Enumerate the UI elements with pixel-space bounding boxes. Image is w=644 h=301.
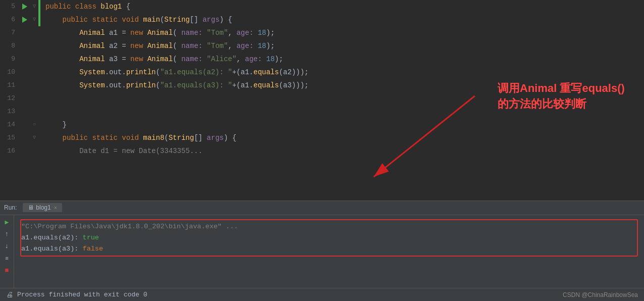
run-panel-body: ▶ ↑ ↓ ≡ ■ "C:\Program Files\Java\jdk1.8.… [0, 215, 644, 288]
line-number-14: 14 [0, 118, 19, 131]
app-container: 5 ▽ public class blog1 { 6 ▽ public stat… [0, 0, 644, 301]
code-content-14: } [41, 118, 644, 131]
line-number-8: 8 [0, 39, 19, 53]
code-line-6: 6 ▽ public static void main(String[] arg… [0, 13, 644, 26]
output-false-value: false [83, 245, 104, 253]
tab-blog1-label: blog1 [36, 204, 51, 211]
line-number-15: 15 [0, 131, 19, 144]
code-content-5: public class blog1 { [41, 0, 644, 13]
status-bar: 🖨 Process finished with exit code 0 CSDN… [0, 288, 644, 301]
code-content-7: Animal a1 = new Animal( name: "Tom", age… [41, 26, 644, 39]
run-scroll-down-button[interactable]: ↓ [2, 241, 12, 252]
close-tab-button[interactable]: × [54, 205, 57, 211]
fold-15[interactable]: ▽ [30, 131, 38, 144]
run-play-button[interactable]: ▶ [2, 217, 12, 227]
status-text: Process finished with exit code 0 [17, 291, 147, 298]
line-number-6: 6 [0, 13, 19, 26]
run-panel-sidebar: ▶ ↑ ↓ ≡ ■ [0, 215, 14, 288]
status-left: 🖨 Process finished with exit code 0 [6, 291, 147, 299]
output-line-3: a1.equals(a3): false [21, 243, 637, 255]
green-bar-6 [38, 13, 40, 26]
editor-area: 5 ▽ public class blog1 { 6 ▽ public stat… [0, 0, 644, 200]
line-number-13: 13 [0, 105, 19, 118]
csdn-credit: CSDN @ChinaRainbowSea [563, 291, 638, 298]
code-content-15: public static void main8(String[] args) … [41, 131, 644, 144]
code-content-9: Animal a3 = new Animal( name: "Alice", a… [41, 53, 644, 66]
output-line-2: a1.equals(a2): true [21, 232, 637, 243]
code-line-14: 14 ○ } [0, 118, 644, 131]
fold-14[interactable]: ○ [30, 118, 38, 131]
code-content-6: public static void main(String[] args) { [41, 13, 644, 26]
tab-blog1-icon: 🖥 [28, 204, 34, 211]
line-number-7: 7 [0, 26, 19, 39]
run-button-5[interactable] [22, 4, 27, 10]
line-number-5: 5 [0, 0, 19, 13]
run-button-6[interactable] [22, 17, 27, 23]
line-number-12: 12 [0, 92, 19, 105]
run-output: "C:\Program Files\Java\jdk1.8.0_202\bin\… [14, 215, 644, 288]
code-line-16: 16 Date d1 = new Date(3343355... [0, 144, 644, 158]
line-number-9: 9 [0, 53, 19, 66]
code-line-10: 10 System.out.println("a1.equals(a2): "+… [0, 66, 644, 79]
code-line-8: 8 Animal a2 = new Animal( name: "Tom", a… [0, 39, 644, 53]
run-scroll-up-button[interactable]: ↑ [2, 229, 12, 239]
annotation-callout: 调用Animal 重写equals()的方法的比较判断 [498, 81, 629, 112]
output-path: "C:\Program Files\Java\jdk1.8.0_202\bin\… [21, 223, 238, 230]
line-number-16: 16 [0, 144, 19, 158]
run-label: Run: [4, 204, 17, 211]
line-number-10: 10 [0, 66, 19, 79]
run-gutter-6[interactable] [19, 17, 30, 23]
fold-5[interactable]: ▽ [30, 0, 38, 13]
run-stop-button[interactable]: ■ [2, 266, 12, 276]
run-panel: Run: 🖥 blog1 × ▶ ↑ ↓ ≡ ■ "C:\Program Fil… [0, 200, 644, 288]
output-highlight-box: "C:\Program Files\Java\jdk1.8.0_202\bin\… [20, 219, 638, 257]
code-content-8: Animal a2 = new Animal( name: "Tom", age… [41, 39, 644, 53]
annotation-text: 调用Animal 重写equals()的方法的比较判断 [498, 81, 629, 112]
run-tab[interactable]: 🖥 blog1 × [23, 203, 62, 212]
output-true-value: true [83, 234, 99, 241]
print-icon[interactable]: 🖨 [6, 291, 13, 299]
code-line-15: 15 ▽ public static void main8(String[] a… [0, 131, 644, 144]
output-line-1: "C:\Program Files\Java\jdk1.8.0_202\bin\… [21, 221, 637, 232]
code-line-9: 9 Animal a3 = new Animal( name: "Alice",… [0, 53, 644, 66]
run-panel-header: Run: 🖥 blog1 × [0, 201, 644, 215]
green-bar-5 [38, 0, 40, 13]
line-number-11: 11 [0, 79, 19, 92]
code-content-10: System.out.println("a1.equals(a2): "+(a1… [41, 66, 644, 79]
code-line-7: 7 Animal a1 = new Animal( name: "Tom", a… [0, 26, 644, 39]
code-line-5: 5 ▽ public class blog1 { [0, 0, 644, 13]
run-wrap-button[interactable]: ≡ [2, 254, 12, 264]
code-content-16: Date d1 = new Date(3343355... [41, 144, 644, 158]
run-gutter-5[interactable] [19, 4, 30, 10]
fold-6[interactable]: ▽ [30, 13, 38, 26]
